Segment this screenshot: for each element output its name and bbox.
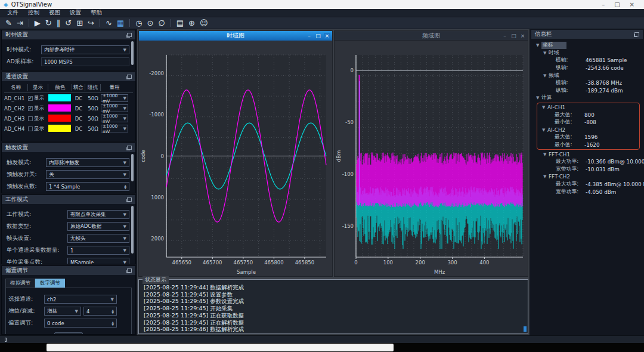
close-button[interactable]: × bbox=[630, 1, 634, 8]
channel-color-swatch[interactable] bbox=[48, 104, 71, 112]
disable-icon[interactable]: ∅ bbox=[156, 18, 167, 29]
帧头设置:-combo[interactable]: 无帧头▼ bbox=[67, 234, 129, 243]
show-checkbox[interactable] bbox=[28, 126, 33, 131]
refresh-icon[interactable]: ↺ bbox=[63, 18, 74, 29]
scrollbar-thumb[interactable] bbox=[524, 326, 527, 332]
float-panel-icon[interactable] bbox=[127, 197, 132, 202]
tree-item[interactable]: 最大值:800 bbox=[538, 111, 638, 119]
freq-domain-chart[interactable]: 01002003004000-50-100-150MHzdBm bbox=[335, 41, 528, 276]
show-checkbox[interactable]: ✓ bbox=[28, 106, 33, 111]
tree-item[interactable]: 宽带功率:-10.031 dBm bbox=[532, 166, 642, 174]
预触发点数:-spinner[interactable]: 1 *4 Sample▲▼ bbox=[46, 182, 129, 191]
reset-button[interactable]: 复位 bbox=[54, 332, 83, 335]
menu-control[interactable]: 控制 bbox=[23, 9, 44, 17]
clock-mode-combo[interactable]: 内部参考时钟▼ bbox=[41, 45, 129, 54]
close-button[interactable]: × bbox=[324, 33, 330, 39]
maximize-button[interactable]: □ bbox=[510, 33, 517, 39]
tree-item[interactable]: 横轴:-38.8768 MHz bbox=[532, 79, 642, 87]
channel-color-swatch[interactable] bbox=[48, 115, 71, 122]
range-combo[interactable]: ±1000 mV▼ bbox=[101, 104, 128, 112]
tree-item[interactable]: 最小值:-1620 bbox=[538, 141, 638, 149]
waveform-icon[interactable]: ∿ bbox=[103, 18, 114, 29]
show-checkbox[interactable]: ✓ bbox=[28, 96, 33, 101]
tab-analog-adjust[interactable]: 模拟调节 bbox=[5, 279, 35, 288]
tree-item[interactable]: 宽带功率:-4.050 dBm bbox=[532, 188, 642, 196]
数据类型:-combo[interactable]: 原始ADC数据▼ bbox=[67, 222, 129, 231]
scrollbar-thumb[interactable] bbox=[131, 206, 134, 254]
maximize-button[interactable]: □ bbox=[315, 33, 321, 39]
grid-layout-icon[interactable]: ▦ bbox=[114, 18, 126, 29]
tree-item[interactable]: 纵轴:-189.274 dBm bbox=[532, 87, 642, 95]
tree-item[interactable]: ▼AI-CH2 bbox=[538, 126, 638, 134]
tree-expand-arrow[interactable]: ▼ bbox=[543, 174, 549, 179]
gain-amount-spinner[interactable]: 4▲▼ bbox=[83, 307, 117, 316]
edit-file-icon[interactable]: ✎ bbox=[3, 18, 14, 29]
close-button[interactable]: × bbox=[519, 33, 526, 39]
单位采集点数:-combo[interactable]: MSample▼ bbox=[67, 258, 129, 264]
report-icon[interactable]: ▤ bbox=[174, 18, 186, 29]
预触发开关:-combo[interactable]: 关▼ bbox=[46, 170, 129, 179]
tree-item[interactable]: ▼计算 bbox=[532, 94, 642, 102]
tree-item[interactable]: 纵轴:-2543.66 code bbox=[532, 64, 642, 72]
scrollbar-thumb[interactable] bbox=[131, 154, 134, 181]
show-checkbox[interactable] bbox=[28, 116, 33, 121]
scrollbar-thumb[interactable] bbox=[131, 41, 134, 65]
tree-item[interactable]: ▼时域 bbox=[532, 50, 642, 57]
float-panel-icon[interactable] bbox=[127, 33, 132, 37]
power-icon[interactable]: ⊙ bbox=[144, 18, 156, 29]
tree-expand-arrow[interactable]: ▼ bbox=[543, 152, 549, 157]
tree-item[interactable]: ▼频域 bbox=[532, 72, 642, 79]
tree-expand-arrow[interactable]: ▼ bbox=[542, 105, 547, 110]
工作模式:-combo[interactable]: 有限点单次采集▼ bbox=[67, 210, 129, 219]
tree-expand-arrow[interactable]: ▼ bbox=[543, 51, 549, 55]
tree-expand-arrow[interactable]: ▼ bbox=[536, 95, 541, 100]
channel-color-swatch[interactable] bbox=[48, 125, 71, 132]
loop-icon[interactable]: ↻ bbox=[43, 18, 54, 29]
tree-item[interactable]: 横轴:465881 Sample bbox=[532, 57, 642, 64]
tree-item[interactable]: ▼FFT-CH1 bbox=[532, 150, 642, 158]
history-clock-icon[interactable]: ◷ bbox=[133, 18, 144, 29]
tree-expand-arrow[interactable]: ▼ bbox=[542, 128, 547, 132]
freq-domain-titlebar[interactable]: 频域图 – □ × bbox=[335, 31, 528, 41]
time-domain-chart[interactable]: 465650465700465750465800465850-2000-1000… bbox=[139, 41, 332, 276]
network-globe-icon[interactable]: ⊕ bbox=[186, 18, 197, 29]
tree-item[interactable]: ▼AI-CH1 bbox=[538, 104, 638, 112]
menu-view[interactable]: 视图 bbox=[44, 9, 65, 17]
sample-rate-field[interactable]: 1000 MSPS bbox=[41, 57, 129, 66]
float-panel-icon[interactable] bbox=[127, 146, 132, 150]
float-panel-icon[interactable] bbox=[634, 32, 639, 36]
tree-expand-arrow[interactable]: ▼ bbox=[536, 43, 541, 48]
触发模式:-combo[interactable]: 内部脉冲触发▼ bbox=[46, 158, 129, 167]
minimize-button[interactable]: – bbox=[501, 33, 508, 39]
play-icon[interactable]: ▶ bbox=[32, 18, 43, 29]
range-combo[interactable]: ±1000 mV▼ bbox=[101, 94, 128, 102]
offset-value-spinner[interactable]: 0 code▲▼ bbox=[44, 319, 117, 328]
menu-settings[interactable]: 设置 bbox=[65, 9, 86, 17]
tree-item[interactable]: 最大功率:-10.366 dBm@ 10.000 MHz bbox=[532, 158, 642, 166]
tab-digital-adjust[interactable]: 数字调节 bbox=[35, 279, 65, 288]
export-arrow-icon[interactable]: ↪ bbox=[85, 18, 97, 29]
tree-item[interactable]: ▼坐标 bbox=[532, 42, 642, 50]
maximize-button[interactable]: □ bbox=[614, 1, 620, 8]
minimize-button[interactable]: – bbox=[306, 33, 312, 39]
float-panel-icon[interactable] bbox=[127, 75, 132, 79]
channel-color-swatch[interactable] bbox=[48, 94, 71, 101]
float-panel-icon[interactable] bbox=[127, 268, 132, 273]
taskbar-item[interactable] bbox=[47, 344, 394, 351]
tree-item[interactable]: 最小值:-808 bbox=[538, 119, 638, 126]
import-icon[interactable]: ⇥ bbox=[14, 18, 26, 29]
menu-help[interactable]: 帮助 bbox=[86, 9, 107, 17]
minimize-button[interactable]: – bbox=[602, 1, 605, 8]
range-combo[interactable]: ±1000 mV▼ bbox=[101, 125, 128, 132]
range-combo[interactable]: ±1000 mV▼ bbox=[101, 115, 128, 122]
tree-item[interactable]: 最大值:1596 bbox=[538, 134, 638, 141]
单个通道采集数据量:-combo[interactable]: 1▼ bbox=[67, 246, 129, 255]
menu-file[interactable]: 文件 bbox=[2, 9, 23, 17]
tree-item[interactable]: 最大功率:-4.385 dBm@ 10.000 MHz bbox=[532, 181, 642, 189]
user-icon[interactable]: ☺ bbox=[197, 18, 210, 29]
gain-atten-combo[interactable]: 增益▼ bbox=[44, 307, 81, 316]
tree-item[interactable]: ▼FFT-CH2 bbox=[532, 173, 642, 181]
config-panel-icon[interactable]: ⊞ bbox=[74, 18, 85, 29]
pause-icon[interactable]: ‖ bbox=[54, 18, 63, 29]
time-domain-titlebar[interactable]: 时域图 – □ × bbox=[139, 31, 332, 41]
